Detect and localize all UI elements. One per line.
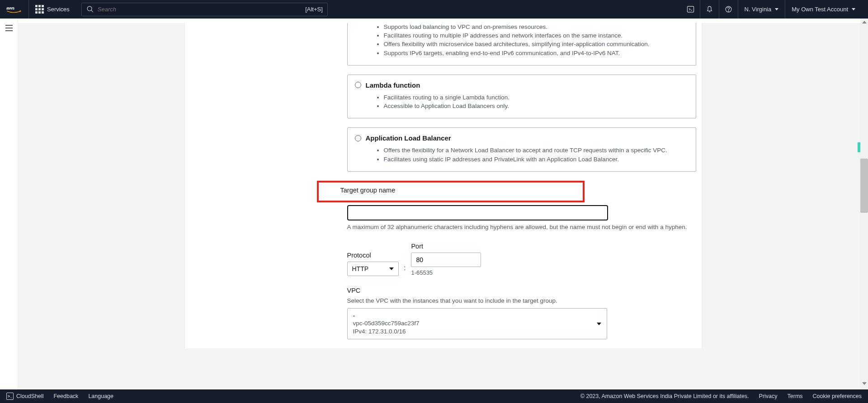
svg-point-1	[87, 6, 92, 11]
vpc-block: VPC Select the VPC with the instances th…	[347, 287, 696, 340]
option-ip-bullets: Supports load balancing to VPC and on-pr…	[384, 23, 689, 57]
search-box[interactable]: [Alt+S]	[81, 3, 328, 16]
target-type-option-lambda[interactable]: Lambda function Facilitates routing to a…	[347, 75, 696, 118]
protocol-port-row: Protocol HTTP : Port 1-65535	[347, 243, 696, 276]
colon-separator: :	[404, 264, 406, 276]
port-input[interactable]	[411, 253, 481, 267]
terminal-icon	[687, 5, 694, 13]
chevron-down-icon	[597, 323, 601, 325]
footer-right: © 2023, Amazon Web Services India Privat…	[580, 393, 862, 394]
vpc-label: VPC	[347, 287, 696, 294]
bullet: Offers flexibility with microservice bas…	[384, 40, 689, 48]
scroll-down-arrow[interactable]	[862, 382, 867, 385]
page-body: Supports load balancing to VPC and on-pr…	[18, 23, 868, 394]
chevron-down-icon	[389, 267, 394, 270]
terms-link[interactable]: Terms	[788, 393, 803, 394]
help-button[interactable]	[719, 0, 738, 19]
protocol-select[interactable]: HTTP	[347, 262, 399, 276]
footer-left: >_ CloudShell Feedback Language	[6, 393, 113, 394]
bullet: Facilitates routing to multiple IP addre…	[384, 32, 689, 40]
form-column: Supports load balancing to VPC and on-pr…	[347, 23, 696, 339]
vpc-dash: -	[353, 312, 420, 319]
region-selector[interactable]: N. Virginia	[738, 0, 785, 19]
top-nav: aws Services [Alt+S] N. Virginia	[0, 0, 868, 19]
feedback-link[interactable]: Feedback	[53, 393, 78, 394]
privacy-link[interactable]: Privacy	[759, 393, 778, 394]
bullet: Supports IPv6 targets, enabling end-to-e…	[384, 49, 689, 57]
option-lambda-title: Lambda function	[366, 81, 420, 89]
cloudshell-icon: >_	[6, 393, 14, 394]
search-shortcut: [Alt+S]	[305, 6, 323, 13]
top-nav-right: N. Virginia My Own Test Account	[681, 0, 862, 19]
help-icon	[725, 5, 732, 13]
vpc-help: Select the VPC with the instances that y…	[347, 297, 696, 305]
language-link[interactable]: Language	[88, 393, 113, 394]
cloudshell-link[interactable]: >_ CloudShell	[6, 393, 43, 394]
services-label: Services	[47, 6, 70, 13]
scroll-thumb[interactable]	[860, 159, 868, 213]
chevron-down-icon	[775, 8, 778, 10]
footer: >_ CloudShell Feedback Language © 2023, …	[0, 389, 868, 394]
scroll-marker	[858, 142, 860, 152]
protocol-label: Protocol	[347, 252, 399, 259]
vpc-id: vpc-05d359cc759ac23f7	[353, 319, 420, 328]
content-panel: Supports load balancing to VPC and on-pr…	[184, 23, 702, 348]
bullet: Facilitates routing to a single Lambda f…	[384, 94, 689, 102]
protocol-value: HTTP	[352, 265, 369, 272]
top-nav-left: aws Services [Alt+S]	[6, 0, 328, 19]
target-type-option-ip[interactable]: Supports load balancing to VPC and on-pr…	[347, 23, 696, 66]
account-selector[interactable]: My Own Test Account	[785, 0, 862, 19]
option-alb-bullets: Offers the flexibility for a Network Loa…	[384, 146, 689, 163]
scrollbar[interactable]	[860, 19, 868, 389]
cloudshell-label: CloudShell	[16, 393, 43, 394]
svg-text:aws: aws	[6, 5, 15, 10]
tg-name-help: A maximum of 32 alphanumeric characters …	[347, 223, 696, 232]
scroll-up-arrow[interactable]	[862, 21, 867, 23]
tg-name-label: Target group name	[340, 187, 583, 194]
aws-logo[interactable]: aws	[6, 0, 29, 19]
radio-alb[interactable]	[355, 135, 361, 141]
search-icon	[86, 5, 94, 13]
cookies-link[interactable]: Cookie preferences	[813, 393, 862, 394]
side-nav-toggle[interactable]	[5, 25, 13, 31]
account-label: My Own Test Account	[792, 6, 848, 13]
search-input[interactable]	[98, 6, 278, 13]
grid-icon	[35, 5, 44, 14]
chevron-down-icon	[852, 8, 855, 10]
vpc-cidr: IPv4: 172.31.0.0/16	[353, 328, 420, 336]
port-range-help: 1-65535	[411, 269, 481, 276]
vpc-select[interactable]: - vpc-05d359cc759ac23f7 IPv4: 172.31.0.0…	[347, 308, 607, 340]
cloudshell-icon-button[interactable]	[681, 0, 700, 19]
bullet: Accessible to Application Load Balancers…	[384, 102, 689, 110]
tg-name-input[interactable]	[347, 205, 608, 220]
radio-lambda[interactable]	[355, 82, 361, 88]
side-nav-strip	[0, 19, 18, 389]
bell-icon	[706, 5, 713, 13]
option-lambda-bullets: Facilitates routing to a single Lambda f…	[384, 94, 689, 110]
bullet: Supports load balancing to VPC and on-pr…	[384, 23, 689, 31]
svg-point-4	[728, 11, 729, 11]
services-button[interactable]: Services	[35, 5, 76, 14]
highlight-annotation: Target group name	[317, 181, 585, 202]
target-type-option-alb[interactable]: Application Load Balancer Offers the fle…	[347, 127, 696, 171]
copyright-text: © 2023, Amazon Web Services India Privat…	[580, 393, 749, 394]
option-alb-title: Application Load Balancer	[366, 134, 451, 142]
bullet: Offers the flexibility for a Network Loa…	[384, 146, 689, 155]
region-label: N. Virginia	[745, 6, 772, 13]
bullet: Facilitates using static IP addresses an…	[384, 155, 689, 164]
port-label: Port	[411, 243, 481, 250]
notifications-button[interactable]	[700, 0, 719, 19]
